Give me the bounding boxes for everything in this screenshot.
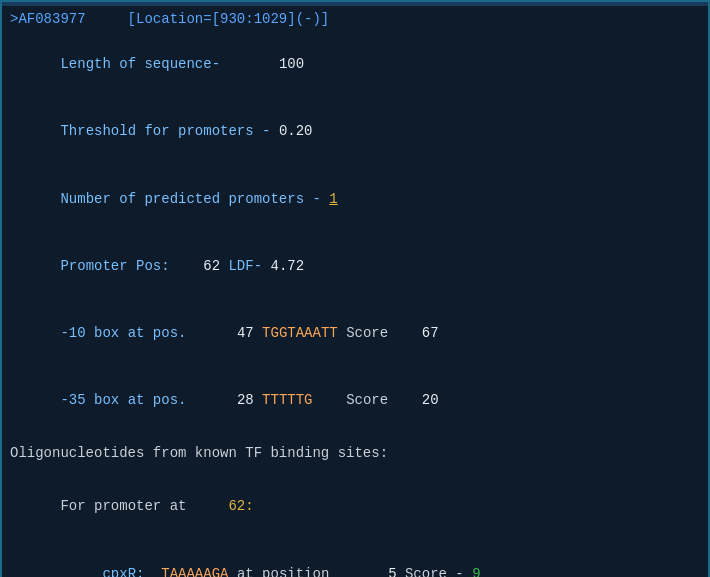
box10-score-label: Score xyxy=(346,325,388,341)
ldf-label: LDF- xyxy=(228,258,262,274)
length-label: Length of sequence- xyxy=(60,56,220,72)
box35-spacer1 xyxy=(186,392,236,408)
box10-spacer3 xyxy=(338,325,346,341)
box10-spacer1 xyxy=(186,325,236,341)
box35-spacer4 xyxy=(388,392,422,408)
box35-seq: TTTTTG xyxy=(262,392,312,408)
box10-spacer4 xyxy=(388,325,422,341)
box35-spacer3 xyxy=(313,392,347,408)
block1-threshold: Threshold for promoters - 0.20 xyxy=(2,99,708,166)
ldf-value: 4.72 xyxy=(270,258,304,274)
blank1 xyxy=(2,434,708,442)
tf-cpxr-score-label: Score - xyxy=(405,566,464,578)
tf-cpxr-spacer2 xyxy=(228,566,236,578)
terminal-window: >AF083977 [Location=[930:1029](-)] Lengt… xyxy=(0,0,710,577)
predicted-value: 1 xyxy=(329,191,337,207)
box10-pos: 47 xyxy=(237,325,254,341)
tf-cpxr-pos-value: 5 xyxy=(388,566,396,578)
tf-cpxr-spacer4 xyxy=(397,566,405,578)
terminal-content: >AF083977 [Location=[930:1029](-)] Lengt… xyxy=(2,6,708,577)
length-value: 100 xyxy=(279,56,304,72)
threshold-value: 0.20 xyxy=(279,123,313,139)
box35-score-label: Score xyxy=(346,392,388,408)
box10-name: -10 box at pos. xyxy=(60,325,186,341)
block1-length: Length of sequence- 100 xyxy=(2,32,708,99)
block1-for-promoter: For promoter at 62: xyxy=(2,474,708,541)
promoter-pos-label: Promoter Pos: xyxy=(60,258,169,274)
tf-cpxr-spacer5 xyxy=(464,566,472,578)
for-promoter-spacer xyxy=(186,498,228,514)
box35-spacer2 xyxy=(254,392,262,408)
blank2 xyxy=(2,466,708,474)
tf-indent1 xyxy=(60,566,102,578)
box35-name: -35 box at pos. xyxy=(60,392,186,408)
promoter-pos-spacer xyxy=(170,258,204,274)
block1-header: >AF083977 [Location=[930:1029](-)] xyxy=(2,8,708,32)
length-spacer xyxy=(220,56,279,72)
tf-cpxr-score-value: 9 xyxy=(472,566,480,578)
for-promoter-label: For promoter at xyxy=(60,498,186,514)
block1-oligo-header: Oligonucleotides from known TF binding s… xyxy=(2,442,708,466)
promoter-pos-value: 62 xyxy=(203,258,220,274)
box10-score-value: 67 xyxy=(422,325,439,341)
box10-seq: TGGTAAATT xyxy=(262,325,338,341)
block1-box-10: -10 box at pos. 47 TGGTAAATT Score 67 xyxy=(2,300,708,367)
threshold-spacer xyxy=(270,123,278,139)
block1-predicted: Number of predicted promoters - 1 xyxy=(2,166,708,233)
tf-cpxr-spacer1 xyxy=(144,566,161,578)
for-promoter-pos: 62: xyxy=(228,498,253,514)
block1-tf-cpxr: cpxR: TAAAAAGA at position 5 Score - 9 xyxy=(2,541,708,577)
tf-cpxr-pos-label: at position xyxy=(237,566,329,578)
predicted-label: Number of predicted promoters - xyxy=(60,191,320,207)
tf-cpxr-name: cpxR: xyxy=(102,566,144,578)
block1-promoter-pos: Promoter Pos: 62 LDF- 4.72 xyxy=(2,233,708,300)
box35-pos: 28 xyxy=(237,392,254,408)
threshold-label: Threshold for promoters - xyxy=(60,123,270,139)
box35-score-value: 20 xyxy=(422,392,439,408)
tf-cpxr-seq: TAAAAAGA xyxy=(161,566,228,578)
tf-cpxr-spacer3 xyxy=(329,566,388,578)
box10-spacer2 xyxy=(254,325,262,341)
block1-box-35: -35 box at pos. 28 TTTTTG Score 20 xyxy=(2,367,708,434)
